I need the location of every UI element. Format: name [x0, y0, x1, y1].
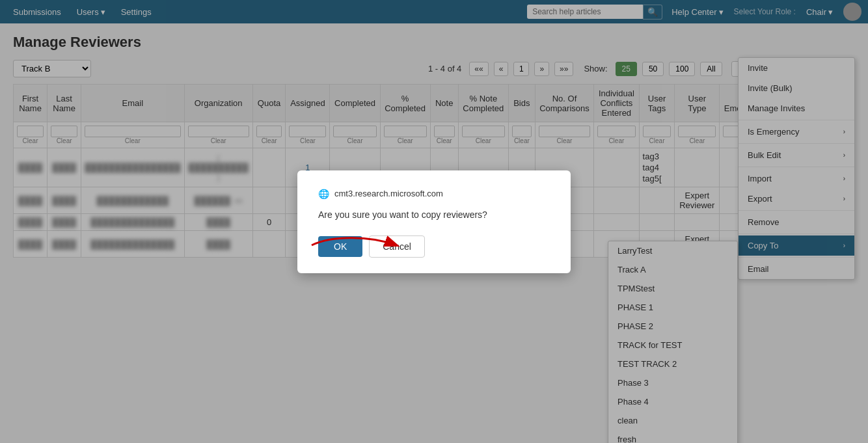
- modal-header: 🌐 cmt3.research.microsoft.com: [318, 189, 550, 199]
- arrow-icon: [305, 229, 409, 262]
- modal-domain: cmt3.research.microsoft.com: [334, 189, 443, 198]
- modal-overlay[interactable]: 🌐 cmt3.research.microsoft.com Are you su…: [0, 0, 868, 268]
- modal-box: 🌐 cmt3.research.microsoft.com Are you su…: [297, 170, 571, 269]
- modal-message: Are you sure you want to copy reviewers?: [318, 209, 550, 220]
- globe-icon: 🌐: [318, 189, 329, 199]
- modal-footer: OK Cancel: [318, 235, 550, 258]
